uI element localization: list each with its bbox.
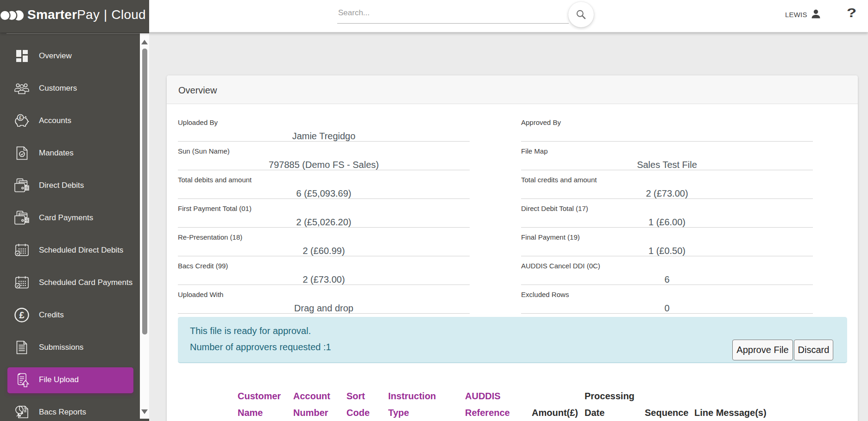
svg-text:£: £	[19, 310, 24, 320]
svg-text:£: £	[19, 115, 22, 120]
